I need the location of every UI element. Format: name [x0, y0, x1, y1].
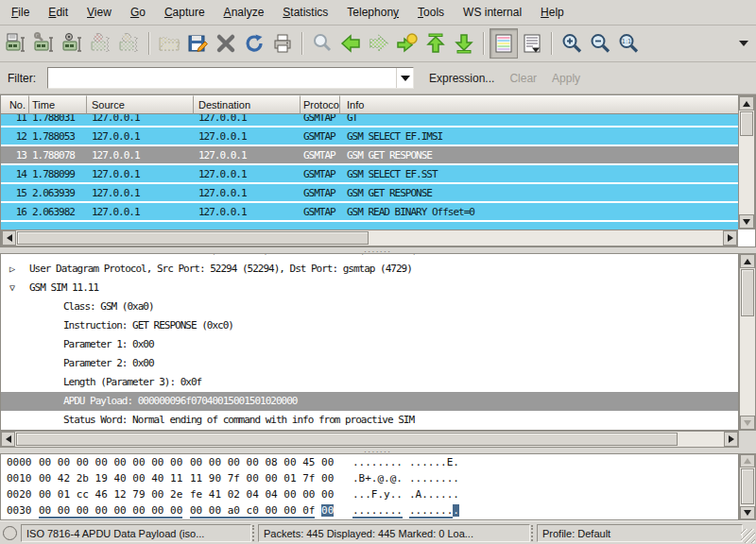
zoom-100-icon[interactable]: 1:1 [614, 28, 643, 59]
go-back-icon[interactable] [336, 28, 365, 59]
detail-row-udp[interactable]: ▷User Datagram Protocol, Src Port: 52294… [1, 260, 738, 279]
toolbar-overflow-icon[interactable] [739, 41, 748, 46]
expression-button[interactable]: Expression... [429, 72, 494, 85]
hex-row-0000[interactable]: 000000 00 00 00 00 00 00 0000 00 00 00 0… [1, 456, 738, 472]
scroll-up-icon[interactable] [740, 254, 755, 268]
menu-analyze[interactable]: Analyze [215, 1, 274, 24]
scrollbar-thumb[interactable] [741, 468, 754, 504]
packet-row-13-selected[interactable]: 13 1.788078 127.0.0.1 127.0.0.1 GSMTAP G… [1, 146, 738, 165]
packet-rows: 11 1.788031 127.0.0.1 127.0.0.1 GSMTAP G… [1, 114, 738, 230]
zoom-out-icon[interactable] [586, 28, 614, 59]
menu-statistics[interactable]: Statistics [273, 1, 337, 24]
capture-restart-icon[interactable] [115, 28, 144, 59]
scroll-right-icon[interactable] [724, 432, 738, 447]
resize-grip[interactable] [741, 529, 755, 543]
auto-scroll-icon[interactable] [518, 28, 546, 59]
details-vscrollbar[interactable] [739, 253, 756, 431]
clear-button[interactable]: Clear [509, 72, 537, 85]
hex-dump[interactable]: 000000 00 00 00 00 00 00 0000 00 00 00 0… [0, 453, 739, 520]
menu-file[interactable]: File [2, 1, 39, 24]
expand-icon[interactable]: ▷ [1, 264, 29, 274]
menu-tools[interactable]: Tools [408, 1, 454, 24]
column-header-no[interactable]: No. [1, 95, 29, 114]
detail-row-instruction[interactable]: Instruction: GET RESPONSE (0xc0) [1, 316, 738, 335]
field-status: ISO 7816-4 APDU Data Payload (iso... [21, 524, 251, 542]
scrollbar-thumb[interactable] [740, 111, 753, 136]
column-header-protocol[interactable]: Protocol [301, 95, 340, 114]
reload-icon[interactable] [240, 28, 268, 59]
scrollbar-thumb[interactable] [17, 231, 369, 245]
detail-row-ip[interactable]: Internet Protocol, Src: 127.0.0.1 (127.0… [1, 253, 738, 260]
goto-packet-icon[interactable] [393, 28, 421, 59]
detail-row-gsm-sim[interactable]: ▽GSM SIM 11.11 [1, 279, 738, 298]
menu-ws-internal[interactable]: WS internal [454, 1, 531, 24]
menu-go[interactable]: Go [121, 1, 155, 24]
scroll-down-icon[interactable] [740, 506, 755, 519]
collapse-icon[interactable]: ▽ [1, 282, 29, 293]
save-as-icon[interactable] [183, 28, 212, 59]
details-hscrollbar[interactable] [0, 431, 739, 448]
scrollbar-thumb[interactable] [16, 433, 678, 446]
column-header-source[interactable]: Source [87, 95, 194, 114]
menu-edit[interactable]: Edit [39, 1, 77, 24]
hex-row-0020[interactable]: 002000 01 cc 46 12 79 00 2efe 41 02 04 0… [1, 488, 738, 504]
packet-row-11[interactable]: 11 1.788031 127.0.0.1 127.0.0.1 GSMTAP G… [1, 114, 738, 128]
go-forward-icon[interactable] [365, 28, 393, 59]
menu-capture[interactable]: Capture [155, 1, 215, 24]
packet-list-vscrollbar[interactable] [738, 95, 755, 230]
packet-list-header: No. Time Source Destination Protocol Inf… [1, 95, 738, 114]
capture-start-icon[interactable] [59, 28, 87, 59]
selected-byte[interactable]: 00 [321, 504, 334, 517]
scroll-up-icon[interactable] [739, 96, 754, 110]
filter-dropdown-icon[interactable] [396, 68, 413, 88]
statusbar-handle[interactable] [531, 525, 536, 541]
detail-row-parameter2[interactable]: Parameter 2: 0x00 [1, 354, 738, 373]
scroll-right-icon[interactable] [723, 230, 737, 246]
scroll-left-icon[interactable] [2, 230, 16, 246]
scroll-up-icon[interactable] [740, 454, 755, 468]
detail-row-status-word[interactable]: Status Word: Normal ending of command wi… [1, 411, 738, 430]
scrollbar-thumb[interactable] [741, 269, 754, 316]
hex-row-0010[interactable]: 001000 42 2b 19 40 00 40 1111 90 7f 00 0… [1, 472, 738, 488]
go-bottom-icon[interactable] [450, 28, 478, 59]
scroll-down-icon[interactable] [740, 416, 755, 430]
capture-stop-icon[interactable] [87, 28, 115, 59]
statusbar-handle[interactable] [252, 525, 257, 541]
menu-help[interactable]: Help [531, 1, 574, 24]
packet-row-12[interactable]: 12 1.788053 127.0.0.1 127.0.0.1 GSMTAP G… [1, 128, 738, 146]
column-header-destination[interactable]: Destination [194, 95, 301, 114]
close-file-icon[interactable] [212, 28, 240, 59]
selected-ascii-char[interactable]: . [453, 504, 459, 517]
expert-info-icon[interactable] [3, 526, 17, 540]
go-top-icon[interactable] [421, 28, 450, 59]
find-icon[interactable] [308, 28, 336, 59]
packet-row-15[interactable]: 15 2.063939 127.0.0.1 127.0.0.1 GSMTAP G… [1, 184, 738, 203]
profile-status[interactable]: Profile: Default [537, 524, 743, 542]
menu-telephony[interactable]: Telephony [337, 1, 408, 24]
packet-row-partial[interactable] [1, 222, 738, 230]
capture-options-icon[interactable] [30, 28, 59, 59]
list-interfaces-icon[interactable] [2, 28, 30, 59]
detail-row-length[interactable]: Length (Parameter 3): 0x0f [1, 373, 738, 392]
scroll-left-icon[interactable] [1, 432, 15, 447]
packet-bytes-pane: 000000 00 00 00 00 00 00 0000 00 00 00 0… [0, 453, 756, 520]
wireshark-window: File Edit View Go Capture Analyze Statis… [0, 0, 756, 544]
apply-button[interactable]: Apply [552, 72, 580, 85]
colorize-icon[interactable] [490, 28, 518, 59]
detail-row-parameter1[interactable]: Parameter 1: 0x00 [1, 335, 738, 354]
hex-vscrollbar[interactable] [739, 453, 756, 520]
column-header-info[interactable]: Info [340, 95, 738, 114]
menu-view[interactable]: View [77, 1, 121, 24]
open-file-icon[interactable] [155, 28, 183, 59]
zoom-in-icon[interactable] [558, 28, 586, 59]
packet-list-hscrollbar[interactable] [1, 230, 738, 246]
detail-row-class[interactable]: Class: GSM (0xa0) [1, 298, 738, 316]
packet-row-16[interactable]: 16 2.063982 127.0.0.1 127.0.0.1 GSMTAP G… [1, 203, 738, 222]
detail-row-apdu-payload-selected[interactable]: APDU Payload: 000000096f0704001500150102… [1, 392, 738, 411]
filter-input[interactable] [48, 68, 396, 88]
scroll-down-icon[interactable] [739, 214, 754, 229]
packet-row-14[interactable]: 14 1.788099 127.0.0.1 127.0.0.1 GSMTAP G… [1, 165, 738, 184]
hex-row-0030[interactable]: 003000 00 00 00 00 00 00 0000 00 a0 c0 0… [1, 504, 738, 520]
column-header-time[interactable]: Time [29, 95, 87, 114]
print-icon[interactable] [268, 28, 297, 59]
